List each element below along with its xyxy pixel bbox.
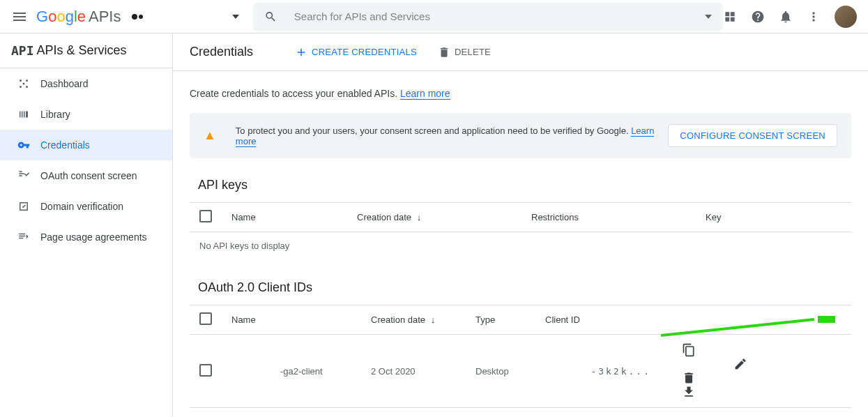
col-name[interactable]: Name xyxy=(222,305,361,335)
sidebar-item-dashboard[interactable]: Dashboard xyxy=(0,68,172,99)
sidebar-item-page-usage[interactable]: Page usage agreements xyxy=(0,222,172,252)
header-bar: Credentials CREATE CREDENTIALS DELETE xyxy=(173,33,868,71)
menu-icon[interactable] xyxy=(11,8,28,25)
edit-icon[interactable] xyxy=(733,357,747,371)
cell-name: -ga2-client xyxy=(222,335,361,408)
create-credentials-button[interactable]: CREATE CREDENTIALS xyxy=(295,46,417,59)
search-box[interactable] xyxy=(253,3,723,31)
trash-icon xyxy=(438,46,450,59)
project-selector[interactable] xyxy=(132,14,239,20)
search-icon xyxy=(264,10,277,24)
more-icon[interactable] xyxy=(807,10,821,24)
sidebar-item-label: Library xyxy=(40,109,70,120)
sidebar-item-library[interactable]: Library xyxy=(0,99,172,130)
topbar: Google APIs xyxy=(0,0,868,33)
col-creation[interactable]: Creation date ↓ xyxy=(361,305,466,335)
svg-point-3 xyxy=(26,86,28,88)
library-icon xyxy=(17,107,31,121)
sidebar-item-label: Page usage agreements xyxy=(40,232,147,243)
alert-text: To protect you and your users, your cons… xyxy=(236,126,668,146)
logo[interactable]: Google APIs xyxy=(36,8,121,26)
col-restrictions[interactable]: Restrictions xyxy=(521,203,696,232)
col-name[interactable]: Name xyxy=(222,203,347,232)
svg-point-0 xyxy=(20,79,22,82)
warning-icon: ▲ xyxy=(204,128,216,143)
checkbox-all-oauth[interactable] xyxy=(199,312,212,325)
section-title-api-keys: API keys xyxy=(190,178,851,192)
copy-icon[interactable] xyxy=(682,343,696,357)
configure-consent-button[interactable]: CONFIGURE CONSENT SCREEN xyxy=(668,124,837,147)
section-title-oauth: OAuth 2.0 Client IDs xyxy=(190,280,851,295)
delete-button[interactable]: DELETE xyxy=(438,46,491,59)
svg-point-2 xyxy=(20,86,22,88)
alert-box: ▲ To protect you and your users, your co… xyxy=(190,113,851,158)
logo-apis-label: APIs xyxy=(89,8,121,26)
logo-google: Google xyxy=(36,8,86,26)
key-icon xyxy=(17,138,31,152)
col-creation[interactable]: Creation date ↓ xyxy=(347,203,521,232)
svg-point-1 xyxy=(26,79,28,82)
col-client-id[interactable]: Client ID xyxy=(535,305,661,335)
sidebar-item-credentials[interactable]: Credentials xyxy=(0,130,172,160)
svg-line-5 xyxy=(661,319,814,335)
sort-down-icon: ↓ xyxy=(417,212,422,222)
main: Credentials CREATE CREDENTIALS DELETE Cr… xyxy=(173,33,868,417)
section-oauth: OAuth 2.0 Client IDs Name Creation date … xyxy=(190,280,851,408)
create-label: CREATE CREDENTIALS xyxy=(312,47,417,57)
empty-api-keys: No API keys to display xyxy=(190,232,851,259)
annotation-arrow xyxy=(661,316,842,337)
svg-point-4 xyxy=(23,83,25,85)
bell-icon[interactable] xyxy=(779,10,793,24)
search-input[interactable] xyxy=(294,10,705,22)
cell-creation: 2 Oct 2020 xyxy=(361,335,466,408)
search-expand-icon[interactable] xyxy=(705,15,712,19)
sidebar-item-label: Dashboard xyxy=(40,78,89,89)
sidebar: API APIs & Services Dashboard Library Cr… xyxy=(0,33,173,417)
cell-type: Desktop xyxy=(466,335,535,408)
sidebar-header: API APIs & Services xyxy=(0,33,172,68)
consent-icon xyxy=(17,169,31,183)
learn-more-link[interactable]: Learn more xyxy=(400,88,450,100)
trash-icon[interactable] xyxy=(682,371,696,385)
col-key[interactable]: Key xyxy=(696,203,851,232)
table-row[interactable]: -ga2-client 2 Oct 2020 Desktop -3k2k... xyxy=(190,335,851,408)
col-type[interactable]: Type xyxy=(466,305,535,335)
sidebar-item-label: Domain verification xyxy=(40,201,123,212)
avatar[interactable] xyxy=(835,6,857,28)
page-title: Credentials xyxy=(190,45,253,59)
delete-label: DELETE xyxy=(455,47,491,57)
sidebar-item-domain-verification[interactable]: Domain verification xyxy=(0,191,172,222)
checkbox-all-api[interactable] xyxy=(199,210,212,222)
sidebar-item-label: Credentials xyxy=(40,139,90,151)
sidebar-item-oauth-consent[interactable]: OAuth consent screen xyxy=(0,160,172,191)
agreement-icon xyxy=(17,230,31,244)
cell-client-id: -3k2k... xyxy=(535,335,661,408)
plus-icon xyxy=(295,46,307,59)
download-icon[interactable] xyxy=(682,385,696,399)
checkbox-row[interactable] xyxy=(199,364,212,377)
sidebar-title: APIs & Services xyxy=(37,43,127,58)
svg-rect-6 xyxy=(818,316,835,323)
section-api-keys: API keys Name Creation date ↓ Restrictio… xyxy=(190,178,851,259)
project-dots-icon xyxy=(132,14,143,20)
domain-icon xyxy=(17,199,31,213)
gift-icon[interactable] xyxy=(723,10,737,24)
caret-down-icon xyxy=(232,15,239,19)
sort-down-icon: ↓ xyxy=(431,314,436,325)
subtitle: Create credentials to access your enable… xyxy=(190,88,851,99)
help-icon[interactable] xyxy=(751,10,765,24)
api-icon: API xyxy=(11,43,34,58)
sidebar-item-label: OAuth consent screen xyxy=(40,170,137,181)
dashboard-icon xyxy=(17,77,31,91)
